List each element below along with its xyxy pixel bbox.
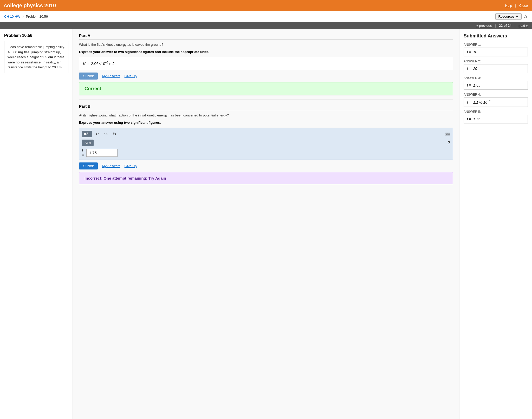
answer-2-value: f = 20 <box>464 64 528 73</box>
nav-bar: « previous | 22 of 24 | next » <box>0 22 532 29</box>
answer-5-label: ANSWER 5: <box>464 110 528 114</box>
problem-title: Problem 10.56 <box>4 33 68 38</box>
redo-button[interactable]: ↪ <box>103 130 109 138</box>
problem-text: Fleas have remarkable jumping ability. A… <box>8 45 65 69</box>
breadcrumb: CH 10 HW › Problem 10.56 Resources ▼ 🖨 <box>0 11 532 22</box>
progress-indicator: 22 of 24 <box>499 24 511 28</box>
math-toolbar-row2: ΑΣφ ? <box>82 140 450 146</box>
app-header: college physics 2010 Help | Close <box>0 0 532 11</box>
part-a-submit-row: Submit My Answers Give Up <box>79 73 453 80</box>
ch10-link[interactable]: CH 10 HW <box>4 15 20 18</box>
math-input-area: ■√□ ↩ ↪ ↻ ⌨ ΑΣφ ? f= <box>79 128 453 160</box>
part-separator <box>79 100 453 100</box>
previous-link[interactable]: « previous <box>476 24 492 28</box>
nav-sep2: | <box>515 24 515 28</box>
answer-4-value: f = 1.176·10−6 <box>464 97 528 107</box>
part-a-title: Part A <box>79 33 453 40</box>
close-link[interactable]: Close <box>519 4 528 8</box>
refresh-button[interactable]: ↻ <box>111 130 118 138</box>
math-toolbar: ■√□ ↩ ↪ ↻ ⌨ <box>82 130 450 138</box>
part-b-incorrect-banner: Incorrect; One attempt remaining; Try Ag… <box>79 172 453 184</box>
help-link[interactable]: Help <box>505 4 512 8</box>
math-input-field-row: f= <box>82 148 450 157</box>
right-panel: Submitted Answers ANSWER 1: f = 10 ANSWE… <box>459 29 532 419</box>
math-template-button[interactable]: ■√□ <box>82 131 92 137</box>
part-b-input[interactable] <box>86 149 118 157</box>
part-a-answer-box: K = 2.06×10−3 mJ <box>79 57 453 70</box>
part-b-eq-label: f= <box>82 148 84 157</box>
help-question-button[interactable]: ? <box>447 141 450 145</box>
keyboard-button[interactable]: ⌨ <box>445 132 450 136</box>
center-inner: Part A What is the flea's kinetic energy… <box>73 29 459 193</box>
header-divider: | <box>515 4 516 8</box>
answer-4-label: ANSWER 4: <box>464 93 528 96</box>
part-a-instruction: Express your answer to two significant f… <box>79 49 453 55</box>
answer-5-value: f = 1.75 <box>464 115 528 123</box>
breadcrumb-right: Resources ▼ 🖨 <box>495 13 528 20</box>
part-a-correct-banner: Correct <box>79 82 453 95</box>
part-b-question: At its highest point, what fraction of t… <box>79 113 453 118</box>
alpha-sigma-phi-button[interactable]: ΑΣφ <box>82 140 94 146</box>
part-b-submit-button[interactable]: Submit <box>79 162 98 169</box>
next-link[interactable]: next » <box>519 24 528 28</box>
breadcrumb-current: Problem 10.56 <box>26 15 48 18</box>
part-a-answer-value: 2.06×10−3 mJ <box>91 61 114 66</box>
print-icon[interactable]: 🖨 <box>524 14 528 19</box>
answer-1-label: ANSWER 1: <box>464 43 528 47</box>
app-title: college physics 2010 <box>4 3 56 9</box>
resources-button[interactable]: Resources ▼ <box>495 13 522 20</box>
part-b-submit-row: Submit My Answers Give Up <box>79 162 453 169</box>
main-container: Problem 10.56 Fleas have remarkable jump… <box>0 29 532 419</box>
undo-button[interactable]: ↩ <box>94 130 101 138</box>
part-a-give-up-link[interactable]: Give Up <box>125 74 137 78</box>
part-a-submit-button[interactable]: Submit <box>79 73 98 80</box>
part-b-my-answers-link[interactable]: My Answers <box>102 164 120 168</box>
left-panel: Problem 10.56 Fleas have remarkable jump… <box>0 29 73 419</box>
answer-1-value: f = 10 <box>464 48 528 56</box>
nav-sep1: | <box>495 24 496 28</box>
answer-3-value: f = 17.5 <box>464 81 528 90</box>
part-b-give-up-link[interactable]: Give Up <box>125 164 137 168</box>
center-panel: Part A What is the flea's kinetic energy… <box>73 29 459 419</box>
part-b-title: Part B <box>79 104 453 110</box>
part-b-instruction: Express your answer using two significan… <box>79 120 453 125</box>
header-links: Help | Close <box>505 4 528 8</box>
answer-2-label: ANSWER 2: <box>464 60 528 63</box>
part-a-question: What is the flea's kinetic energy as it … <box>79 42 453 47</box>
part-a-my-answers-link[interactable]: My Answers <box>102 74 120 78</box>
problem-description: Fleas have remarkable jumping ability. A… <box>4 41 68 73</box>
part-a-eq-label: K = <box>83 61 89 66</box>
answer-3-label: ANSWER 3: <box>464 76 528 80</box>
breadcrumb-separator: › <box>22 14 24 19</box>
submitted-answers-title: Submitted Answers <box>464 33 528 39</box>
